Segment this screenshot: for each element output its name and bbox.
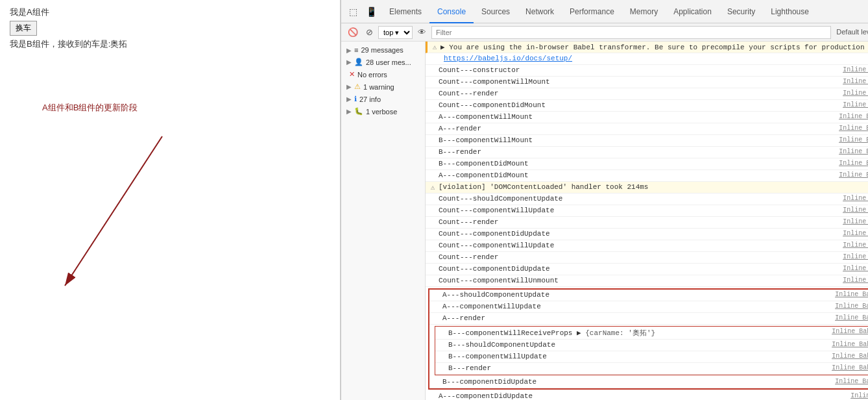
sidebar-item-no-errors[interactable]: ✕ No errors [341, 68, 425, 81]
all-messages-label: 29 messages [361, 46, 420, 54]
sidebar-item-1-warning[interactable]: ▶ ⚠ 1 warning [341, 81, 425, 93]
tab-console[interactable]: Console [429, 0, 474, 23]
log-text: A---componentDidUpdate [439, 392, 845, 400]
tab-security[interactable]: Security [719, 0, 763, 23]
sidebar-item-all-messages[interactable]: ▶ ≡ 29 messages [341, 44, 425, 56]
log-entry-14: Count---componentWillUpdate Inline Babel… [426, 240, 868, 252]
log-source[interactable]: Inline Babel script:113 [835, 291, 868, 298]
log-source[interactable]: Inline Babel script:93 [843, 265, 868, 272]
device-icon[interactable]: 📱 [363, 4, 379, 19]
log-entry-10: Count---shouldComponentUpdate Inline Bab… [426, 194, 868, 205]
log-entry-15: Count---render Inline Babel script:79 [426, 252, 868, 264]
log-entry-17: Count---componentWillUnmount Inline Babe… [426, 275, 868, 287]
log-source[interactable]: Inline Babel script:79 [843, 90, 868, 97]
log-source[interactable]: Inline Babel script:79 [843, 218, 868, 225]
outer-box-group: A---shouldComponentUpdate Inline Babel s… [428, 288, 868, 390]
log-entry-4: A---componentWillMount Inline Babel scri… [426, 112, 868, 123]
log-source[interactable]: Inline Babel script:43 [843, 78, 868, 85]
log-source[interactable]: Inline Babel script:168 [832, 341, 868, 348]
inspect-icon[interactable]: ⬚ [345, 4, 361, 19]
sidebar-item-27-info[interactable]: ▶ ℹ 27 info [341, 93, 425, 105]
log-source[interactable]: Inline Babel script:128 [835, 314, 868, 321]
log-text: A---render [439, 125, 834, 132]
eye-icon[interactable]: 👁 [415, 26, 429, 38]
log-entry-box-0: A---shouldComponentUpdate Inline Babel s… [429, 290, 868, 301]
log-source[interactable]: Inline Babel script:54 [843, 101, 868, 108]
log-text: B---shouldComponentUpdate [448, 341, 826, 349]
tab-elements[interactable]: Elements [381, 0, 429, 23]
log-source[interactable]: Inline Babel script:76 [843, 242, 868, 249]
log-entry-5: A---render Inline Babel script:128 [426, 123, 868, 135]
log-source[interactable]: Inline Babel script:79 [843, 253, 868, 260]
log-source[interactable]: Inline Babel script:128 [839, 125, 868, 132]
tab-memory[interactable]: Memory [622, 0, 666, 23]
filter-icon[interactable]: ⊘ [363, 26, 376, 38]
log-text: B---componentDidUpdate [442, 378, 830, 386]
info-icon: ℹ [354, 95, 357, 103]
devtools-panel: ⬚ 📱 Elements Console Sources Network Per… [341, 0, 868, 400]
log-entry-babel-link: https://babeljs.io/docs/setup/ [426, 53, 868, 65]
log-source[interactable]: Inline Babel script: [850, 392, 868, 399]
filter-input[interactable] [431, 26, 831, 39]
log-text: Count---componentDidMount [439, 101, 838, 109]
log-text: Count---componentWillUnmount [439, 277, 838, 284]
console-main: ▶ ≡ 29 messages ▶ 👤 28 user mes... ✕ No … [341, 42, 868, 400]
log-entry-6: B---componentWillMount Inline Babel scri… [426, 135, 868, 147]
default-levels[interactable]: Default levels ▾ [836, 28, 868, 36]
log-source[interactable]: Inline Babel script:174 [832, 364, 868, 371]
arrow-icon: ▶ [346, 108, 352, 115]
error-icon: ✕ [349, 70, 355, 79]
warning-text: ▶ You are using the in-browser Babel tra… [440, 43, 868, 51]
log-entry-16: Count---componentDidUpdate Inline Babel … [426, 264, 868, 275]
arrow-icon: ▶ [346, 58, 352, 66]
sidebar-item-verbose[interactable]: ▶ 🐛 1 verbose [341, 105, 425, 118]
log-source[interactable]: Inline Babel script:179 [835, 378, 868, 385]
log-source[interactable]: Inline Babel script:145 [839, 136, 868, 144]
arrow-icon: ▶ [346, 47, 352, 54]
sidebar-item-user-messages[interactable]: ▶ 👤 28 user mes... [341, 56, 425, 68]
tab-network[interactable]: Network [518, 0, 562, 23]
log-source[interactable]: Inline Babel script:163 [832, 353, 868, 360]
log-text: Count---componentWillUpdate [439, 242, 838, 249]
log-source[interactable]: Inline Babel script:23 [843, 66, 868, 73]
annotation: A组件和B组件的更新阶段 [42, 102, 330, 114]
change-car-button[interactable]: 换车 [10, 21, 37, 36]
log-entry-11: Count---componentWillUpdate Inline Babel… [426, 205, 868, 217]
log-source[interactable]: Inline Babel script:103 [839, 113, 868, 120]
devtools-toolbar: ⬚ 📱 Elements Console Sources Network Per… [341, 0, 868, 23]
log-source[interactable]: Inline Babel script:108 [839, 171, 868, 179]
tab-performance[interactable]: Performance [562, 0, 622, 23]
log-entry-box-2: A---render Inline Babel script:128 [429, 313, 868, 325]
log-entry-box-1: A---componentWillUpdate Inline Babel scr… [429, 301, 868, 313]
log-entry-inner-3: B---render Inline Babel script:174 [435, 363, 868, 375]
log-source[interactable]: Inline Babel script:158 [839, 160, 868, 167]
log-source[interactable]: Inline Babel script:174 [839, 148, 868, 155]
log-source[interactable]: Inline Babel script:93 [843, 230, 868, 237]
clear-console-icon[interactable]: 🚫 [345, 26, 361, 38]
console-sidebar: ▶ ≡ 29 messages ▶ 👤 28 user mes... ✕ No … [341, 42, 426, 400]
log-source[interactable]: Inline Babel script:76 [843, 206, 868, 214]
warning-icon: ⚠ [428, 183, 437, 192]
log-text: Count---render [439, 90, 838, 97]
tab-lighthouse[interactable]: Lighthouse [763, 0, 817, 23]
log-source[interactable]: Inline Babel script:64 [843, 195, 868, 202]
babel-link[interactable]: https://babeljs.io/docs/setup/ [444, 55, 868, 62]
log-source[interactable]: Inline Babel script:59 [843, 277, 868, 284]
log-text: [violation] 'DOMContentLoaded' handler t… [439, 183, 868, 191]
log-source[interactable]: Inline Babel script:155 [832, 328, 868, 335]
inner-box-group: B---componentWillReceiveProps ▶ {carName… [435, 326, 868, 375]
user-icon: 👤 [354, 58, 363, 66]
arrow-diagram [32, 117, 292, 312]
context-select[interactable]: top ▾ [378, 26, 413, 39]
title-a: 我是A组件 [10, 6, 330, 18]
left-panel: 我是A组件 换车 我是B组件，接收到的车是:奥拓 A组件和B组件的更新阶段 [0, 0, 341, 400]
tab-application[interactable]: Application [666, 0, 719, 23]
log-source[interactable]: Inline Babel script:119 [835, 303, 868, 310]
log-entry-1: Count---componentWillMount Inline Babel … [426, 77, 868, 88]
log-entry-last: A---componentDidUpdate Inline Babel scri… [426, 391, 868, 400]
info-label: 27 info [359, 95, 420, 103]
log-entry-box-3: B---componentDidUpdate Inline Babel scri… [429, 377, 868, 388]
tab-sources[interactable]: Sources [474, 0, 518, 23]
log-entry-inner-2: B---componentWillUpdate Inline Babel scr… [435, 351, 868, 363]
log-text: A---shouldComponentUpdate [442, 291, 830, 299]
